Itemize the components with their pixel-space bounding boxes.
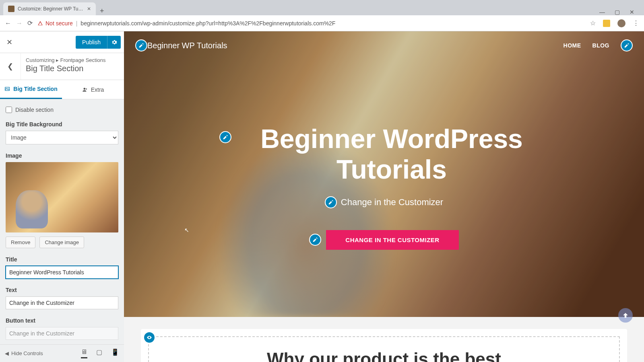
window-controls: — ▢ ✕ bbox=[593, 9, 641, 15]
hero-section: Beginner WP Tutorials HOME BLOG Beginner… bbox=[124, 31, 644, 317]
star-icon[interactable]: ☆ bbox=[590, 19, 596, 27]
nav-home[interactable]: HOME bbox=[564, 42, 581, 49]
pencil-icon bbox=[328, 200, 334, 205]
text-label: Text bbox=[6, 287, 118, 293]
url-bar[interactable]: Not secure | beginnerwptutorials.com/wp-… bbox=[37, 20, 585, 27]
pencil-icon bbox=[223, 134, 228, 140]
publish-settings-button[interactable] bbox=[107, 36, 121, 49]
sidebar-top: ✕ Publish bbox=[0, 31, 124, 53]
favicon-icon bbox=[8, 6, 14, 12]
image-buttons: Remove Change image bbox=[6, 237, 118, 248]
button-text-label: Button text bbox=[6, 317, 118, 324]
tab-bar: Customize: Beginner WP Tutorial ✕ + — ▢ … bbox=[0, 0, 644, 15]
back-icon[interactable]: ← bbox=[5, 20, 11, 27]
tablet-icon[interactable]: ▢ bbox=[96, 348, 102, 358]
breadcrumb-row: ❮ Customizing ▸ Frontpage Sections Big T… bbox=[0, 53, 124, 80]
url-separator: | bbox=[76, 20, 78, 27]
edit-menu-button[interactable] bbox=[621, 39, 633, 51]
pencil-icon bbox=[624, 43, 630, 48]
section-title: Big Title Section bbox=[26, 64, 106, 73]
back-section-button[interactable]: ❮ bbox=[0, 53, 21, 80]
button-text-input[interactable] bbox=[6, 327, 118, 340]
browser-tab[interactable]: Customize: Beginner WP Tutorial ✕ bbox=[3, 2, 96, 15]
site-title[interactable]: Beginner WP Tutorials bbox=[147, 41, 227, 50]
disable-section-checkbox[interactable]: Disable section bbox=[6, 107, 118, 113]
hero-cta-button[interactable]: CHANGE IN THE CUSTOMIZER bbox=[326, 230, 458, 250]
customizer-sidebar: ✕ Publish ❮ Customizing ▸ Frontpage Sect… bbox=[0, 31, 124, 362]
collapse-icon: ◀ bbox=[5, 350, 9, 356]
reload-icon[interactable]: ⟳ bbox=[27, 19, 33, 27]
forward-icon[interactable]: → bbox=[16, 20, 23, 27]
edit-logo-button[interactable] bbox=[135, 39, 147, 51]
gear-icon bbox=[111, 39, 117, 45]
publish-group: Publish bbox=[76, 36, 121, 49]
close-window-icon[interactable]: ✕ bbox=[630, 9, 634, 15]
arrow-up-icon bbox=[622, 312, 629, 319]
tab-title: Customize: Beginner WP Tutorial bbox=[18, 6, 84, 12]
bg-select[interactable]: Image bbox=[6, 131, 118, 144]
image-control: Image Remove Change image bbox=[6, 152, 118, 248]
site-header: Beginner WP Tutorials HOME BLOG bbox=[124, 31, 644, 60]
not-secure-badge[interactable]: Not secure bbox=[37, 20, 73, 27]
tab-big-title-label: Big Title Section bbox=[13, 86, 57, 92]
bg-label: Big Title Background bbox=[6, 121, 118, 128]
scroll-top-button[interactable] bbox=[618, 308, 633, 323]
tab-big-title[interactable]: Big Title Section bbox=[0, 80, 62, 99]
image-icon bbox=[4, 86, 10, 92]
below-hero: Why our product is the best bbox=[124, 317, 644, 362]
browser-chrome: Customize: Beginner WP Tutorial ✕ + — ▢ … bbox=[0, 0, 644, 31]
breadcrumb-text: Customizing ▸ Frontpage Sections Big Tit… bbox=[21, 53, 111, 77]
menu-icon[interactable]: ⋮ bbox=[633, 19, 639, 27]
hero-subtitle: Change in the Customizer bbox=[341, 197, 443, 208]
nav-blog[interactable]: BLOG bbox=[592, 42, 609, 49]
content-card: Why our product is the best bbox=[141, 329, 627, 362]
title-input[interactable] bbox=[6, 266, 118, 279]
edit-hero-sub-button[interactable] bbox=[325, 196, 337, 208]
image-label: Image bbox=[6, 152, 118, 159]
edit-hero-title-button[interactable] bbox=[219, 131, 231, 143]
device-switcher: 🖥 ▢ 📱 bbox=[81, 348, 119, 358]
new-tab-button[interactable]: + bbox=[96, 7, 108, 15]
close-tab-icon[interactable]: ✕ bbox=[87, 6, 91, 12]
edit-hero-btn-button[interactable] bbox=[309, 234, 321, 246]
url-text: beginnerwptutorials.com/wp-admin/customi… bbox=[80, 20, 335, 27]
extension-icon[interactable] bbox=[603, 20, 610, 27]
remove-image-button[interactable]: Remove bbox=[6, 237, 35, 248]
image-preview[interactable] bbox=[6, 162, 118, 232]
bg-control: Big Title Background Image bbox=[6, 121, 118, 144]
minimize-icon[interactable]: — bbox=[599, 9, 605, 15]
breadcrumb: Customizing ▸ Frontpage Sections bbox=[26, 57, 106, 63]
desktop-icon[interactable]: 🖥 bbox=[81, 348, 87, 358]
preview-pane[interactable]: Beginner WP Tutorials HOME BLOG Beginner… bbox=[124, 31, 644, 362]
eye-icon bbox=[147, 335, 152, 340]
hero-title: Beginner WordPress Tutorials bbox=[235, 124, 549, 185]
hide-controls-button[interactable]: ◀ Hide Controls bbox=[5, 350, 43, 356]
disable-section-input[interactable] bbox=[6, 107, 12, 113]
disable-section-label: Disable section bbox=[15, 107, 54, 113]
publish-button[interactable]: Publish bbox=[76, 36, 107, 49]
svg-point-1 bbox=[83, 88, 85, 90]
not-secure-text: Not secure bbox=[45, 20, 73, 27]
hero-sub-wrap: Change in the Customizer bbox=[325, 196, 443, 208]
pencil-icon bbox=[312, 237, 318, 243]
title-label: Title bbox=[6, 256, 118, 263]
product-heading: Why our product is the best bbox=[153, 349, 615, 362]
title-control: Title bbox=[6, 256, 118, 279]
text-input[interactable] bbox=[6, 296, 118, 309]
close-customizer-icon[interactable]: ✕ bbox=[6, 38, 12, 47]
mobile-icon[interactable]: 📱 bbox=[111, 348, 119, 358]
maximize-icon[interactable]: ▢ bbox=[615, 9, 620, 15]
section-visibility-button[interactable] bbox=[143, 331, 155, 343]
hero-title-wrap: Beginner WordPress Tutorials bbox=[219, 124, 549, 185]
hero-btn-wrap: CHANGE IN THE CUSTOMIZER bbox=[309, 230, 458, 250]
sidebar-footer: ◀ Hide Controls 🖥 ▢ 📱 bbox=[0, 344, 124, 362]
profile-avatar[interactable] bbox=[617, 19, 625, 27]
controls-scroll[interactable]: Disable section Big Title Background Ima… bbox=[0, 99, 124, 344]
button-text-control: Button text bbox=[6, 317, 118, 340]
addr-right: ☆ ⋮ bbox=[590, 19, 639, 27]
change-image-button[interactable]: Change image bbox=[39, 237, 84, 248]
user-plus-icon bbox=[82, 87, 88, 93]
tab-extra[interactable]: Extra bbox=[62, 80, 124, 99]
hero-content: Beginner WordPress Tutorials Change in t… bbox=[124, 60, 644, 250]
address-bar: ← → ⟳ Not secure | beginnerwptutorials.c… bbox=[0, 15, 644, 31]
